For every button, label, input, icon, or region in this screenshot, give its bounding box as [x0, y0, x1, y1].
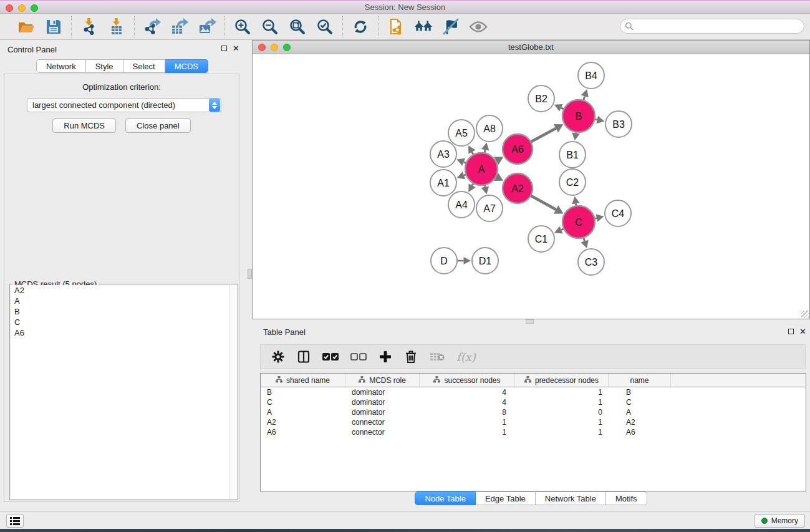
- graph-node-A4[interactable]: A4: [448, 191, 475, 218]
- graph-node-A3[interactable]: A3: [430, 141, 456, 167]
- network-minimize-button[interactable]: [271, 44, 278, 51]
- graph-node-B1[interactable]: B1: [559, 142, 586, 168]
- graph-node-D[interactable]: D: [431, 248, 457, 274]
- table-cell[interactable]: 1: [515, 417, 609, 427]
- graph-node-C2[interactable]: C2: [559, 169, 586, 195]
- eye-icon[interactable]: [469, 17, 488, 36]
- zoom-in-icon[interactable]: [233, 17, 252, 36]
- graph-node-A1[interactable]: A1: [430, 170, 456, 196]
- table-cell[interactable]: 1: [515, 387, 609, 397]
- graph-node-C[interactable]: C: [562, 206, 595, 238]
- table-cell[interactable]: A: [261, 407, 345, 417]
- table-close-panel-icon[interactable]: ✕: [799, 328, 806, 335]
- select-all-icon[interactable]: [322, 349, 339, 364]
- export-image-icon[interactable]: [198, 17, 216, 36]
- table-cell[interactable]: 1: [515, 427, 609, 437]
- result-list-item[interactable]: A2: [11, 285, 237, 296]
- graph-node-A[interactable]: A: [465, 153, 498, 185]
- table-cell[interactable]: B: [609, 387, 671, 397]
- tab-select[interactable]: Select: [123, 59, 165, 73]
- graph-node-C4[interactable]: C4: [605, 200, 631, 226]
- column-header-name[interactable]: name: [609, 374, 671, 387]
- graph-node-C1[interactable]: C1: [528, 226, 554, 252]
- add-icon[interactable]: [378, 349, 392, 364]
- table-cell[interactable]: dominator: [345, 387, 420, 397]
- tab-network-table[interactable]: Network Table: [536, 491, 606, 505]
- table-row[interactable]: Adominator80A: [261, 407, 806, 417]
- graph-node-B3[interactable]: B3: [605, 111, 632, 137]
- column-icon[interactable]: [297, 349, 311, 364]
- table-cell[interactable]: 1: [420, 417, 515, 427]
- zoom-out-icon[interactable]: [261, 17, 279, 36]
- table-cell[interactable]: C: [609, 397, 671, 407]
- column-header-successor-nodes[interactable]: successor nodes: [420, 374, 515, 387]
- zoom-selected-icon[interactable]: [316, 17, 334, 36]
- tab-mcds[interactable]: MCDS: [165, 59, 208, 73]
- network-window-titlebar[interactable]: testGlobe.txt: [253, 41, 809, 54]
- table-cell[interactable]: A6: [609, 427, 671, 437]
- search-box[interactable]: [620, 19, 804, 34]
- table-float-panel-icon[interactable]: [788, 329, 794, 334]
- table-cell[interactable]: A: [609, 407, 671, 417]
- minimize-window-button[interactable]: [18, 4, 26, 12]
- result-list-item[interactable]: C: [11, 317, 237, 327]
- table-row[interactable]: Bdominator41B: [261, 387, 806, 397]
- table-cell[interactable]: 1: [515, 397, 609, 407]
- graph-node-D1[interactable]: D1: [472, 248, 498, 274]
- show-panels-button[interactable]: [6, 514, 24, 528]
- table-cell[interactable]: A2: [261, 417, 345, 427]
- memory-button[interactable]: Memory: [755, 514, 805, 528]
- import-network-icon[interactable]: [80, 17, 99, 36]
- open-file-icon[interactable]: [17, 17, 36, 36]
- run-mcds-button[interactable]: Run MCDS: [52, 118, 116, 133]
- table-cell[interactable]: 1: [420, 427, 515, 437]
- graph-node-A2[interactable]: A2: [503, 173, 533, 203]
- delete-icon[interactable]: [404, 349, 418, 364]
- new-network-from-file-icon[interactable]: [387, 17, 405, 36]
- graphics-details-icon[interactable]: [441, 17, 460, 36]
- graph-node-A5[interactable]: A5: [448, 120, 475, 146]
- table-cell[interactable]: connector: [345, 417, 420, 427]
- export-table-icon[interactable]: [170, 17, 189, 36]
- network-zoom-button[interactable]: [283, 44, 291, 51]
- deselect-all-icon[interactable]: [350, 349, 367, 364]
- column-header-predecessor-nodes[interactable]: predecessor nodes: [515, 374, 609, 387]
- graph-node-A6[interactable]: A6: [503, 134, 533, 164]
- table-cell[interactable]: A6: [261, 427, 345, 437]
- graph-node-B2[interactable]: B2: [528, 85, 554, 112]
- home-icon[interactable]: [414, 17, 433, 36]
- column-header-mcds-role[interactable]: MCDS role: [345, 374, 420, 387]
- graph-node-B[interactable]: B: [562, 100, 595, 132]
- tab-edge-table[interactable]: Edge Table: [476, 491, 536, 505]
- table-cell[interactable]: 0: [515, 407, 609, 417]
- node-table[interactable]: shared nameMCDS rolesuccessor nodesprede…: [260, 373, 806, 491]
- graph-node-A8[interactable]: A8: [476, 115, 503, 142]
- export-network-icon[interactable]: [143, 17, 162, 36]
- table-cell[interactable]: A2: [609, 417, 671, 427]
- table-cell[interactable]: B: [261, 387, 345, 397]
- zoom-fit-icon[interactable]: [288, 17, 307, 36]
- tab-style[interactable]: Style: [86, 59, 123, 73]
- close-panel-button[interactable]: Close panel: [125, 118, 191, 133]
- tab-node-table[interactable]: Node Table: [415, 491, 476, 505]
- graph-node-B4[interactable]: B4: [578, 62, 604, 89]
- table-cell[interactable]: 8: [420, 407, 515, 417]
- tab-motifs[interactable]: Motifs: [606, 491, 647, 505]
- result-list-item[interactable]: B: [11, 306, 237, 317]
- table-row[interactable]: Cdominator41C: [261, 397, 806, 407]
- table-cell[interactable]: dominator: [345, 407, 420, 417]
- horizontal-splitter-grip[interactable]: [526, 319, 534, 324]
- graph-node-C3[interactable]: C3: [578, 249, 604, 275]
- result-list-item[interactable]: A: [11, 296, 237, 306]
- mcds-result-list[interactable]: A2ABCA6: [11, 285, 237, 499]
- table-row[interactable]: A6connector11A6: [261, 427, 806, 437]
- network-close-button[interactable]: [258, 44, 266, 51]
- tab-network[interactable]: Network: [36, 59, 86, 73]
- graph-node-A7[interactable]: A7: [476, 195, 503, 221]
- close-panel-icon[interactable]: ✕: [233, 45, 239, 52]
- table-cell[interactable]: connector: [345, 427, 420, 437]
- settings-icon[interactable]: [271, 349, 285, 364]
- network-canvas[interactable]: B4B2BB3A8A5A6A3B1AC2A1A2A4A7C4CC1DD1C3: [253, 54, 809, 319]
- table-row[interactable]: A2connector11A2: [261, 417, 806, 427]
- float-panel-icon[interactable]: [221, 46, 227, 51]
